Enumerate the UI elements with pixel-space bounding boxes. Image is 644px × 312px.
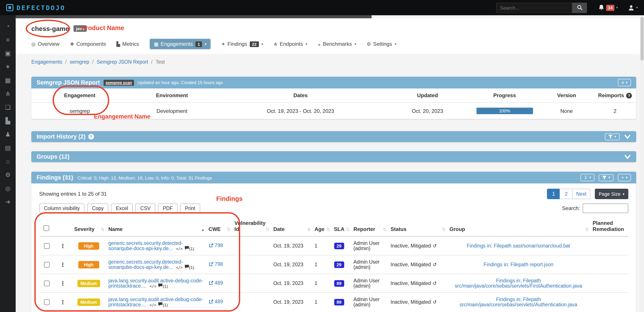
name-column-header[interactable]: Name <box>106 218 206 236</box>
excel-button[interactable]: Excel <box>111 204 133 213</box>
status-column-header[interactable]: Status <box>388 218 447 236</box>
sort-icon[interactable] <box>383 226 386 232</box>
csv-button[interactable]: CSV <box>136 204 155 213</box>
group-link[interactable]: Findings in: Filepath report.json <box>484 262 553 267</box>
finding-name-link[interactable]: generic.secrets.security.detected-sonarq… <box>108 241 183 251</box>
help-icon[interactable]: ? <box>626 93 632 98</box>
print-button[interactable]: Print <box>180 204 200 213</box>
severity-column-header[interactable]: Severity <box>72 218 106 236</box>
sort-icon[interactable] <box>101 226 104 232</box>
brand[interactable]: DEFECTDOJO <box>6 4 66 11</box>
expand-chevron-icon[interactable] <box>624 134 631 139</box>
cwe-link[interactable]: 489 <box>208 299 223 304</box>
cwe-link[interactable]: 798 <box>208 243 223 248</box>
row-checkbox[interactable] <box>44 280 50 286</box>
findings-icon[interactable]: ▦ <box>0 73 16 87</box>
queue-icon[interactable]: ≡ <box>0 33 16 46</box>
findings-download-button[interactable]: ↧ ▾ <box>580 174 594 181</box>
planned-remediation-column-header[interactable]: Planned Remediation <box>590 218 628 236</box>
search-input[interactable] <box>496 3 572 13</box>
expand-chevron-icon[interactable] <box>624 154 631 159</box>
row-actions-icon[interactable]: ⋮ <box>60 242 66 249</box>
sort-icon[interactable] <box>266 226 269 232</box>
sla-column-header[interactable]: SLA <box>331 218 351 236</box>
findings-filter-button[interactable]: ▾ <box>599 174 614 181</box>
page-1-button[interactable]: 1 <box>547 189 560 199</box>
calendar-icon[interactable]: ▤ <box>0 141 16 154</box>
import-history-panel[interactable]: Import History (2) ? ▾ <box>31 131 636 142</box>
row-actions-icon[interactable]: ⋮ <box>60 299 66 305</box>
sort-icon[interactable] <box>346 226 350 232</box>
group-link[interactable]: Findings in: Filepath src/main/java/core… <box>455 278 582 288</box>
row-checkbox[interactable] <box>44 262 50 267</box>
logout-icon[interactable]: ➔ <box>0 195 16 208</box>
tab-benchmarks[interactable]: ◒ Benchmarks ▾ <box>318 41 356 47</box>
cwe-column-header[interactable]: CWE <box>206 218 232 236</box>
cwe-link[interactable]: 489 <box>208 280 223 286</box>
cwe-link[interactable]: 798 <box>208 262 223 267</box>
sort-icon[interactable] <box>442 226 446 232</box>
next-page-button[interactable]: Next <box>572 189 590 199</box>
dashboard-icon[interactable]: ◔ <box>0 19 16 33</box>
products-icon[interactable]: ▣ <box>0 46 16 60</box>
row-checkbox[interactable] <box>44 299 50 305</box>
select-all-checkbox[interactable] <box>44 225 49 231</box>
user-menu[interactable]: ▾ <box>628 5 638 11</box>
history-icon[interactable]: ↺ <box>432 243 436 248</box>
scrollbar-track[interactable] <box>640 15 644 312</box>
notifications-menu[interactable]: 14 ▾ <box>598 4 618 11</box>
tab-overview[interactable]: ◎ Overview <box>31 41 60 47</box>
reporter-column-header[interactable]: Reporter <box>351 218 388 236</box>
tab-metrics[interactable]: ▙ Metrics <box>116 41 139 47</box>
tab-endpoints[interactable]: ⋔ Endpoints ▾ <box>274 41 307 47</box>
table-search-input[interactable] <box>583 204 628 213</box>
breadcrumb-engagements[interactable]: Engagements <box>31 59 62 65</box>
engagement-name[interactable]: semgrep <box>31 103 128 119</box>
history-icon[interactable]: ↺ <box>432 262 436 267</box>
column-visibility-button[interactable]: Column visibility <box>39 204 85 213</box>
history-icon[interactable]: ↺ <box>432 280 436 286</box>
page-size-button[interactable]: Page Size ▾ <box>595 189 628 199</box>
findings-add-button[interactable]: + ▾ <box>618 174 631 181</box>
row-actions-icon[interactable]: ⋮ <box>60 280 66 286</box>
components-icon[interactable]: ⌂ <box>0 154 16 168</box>
finding-name-link[interactable]: generic.secrets.security.detected-sonarq… <box>108 259 183 270</box>
updated-link[interactable]: Oct. 20, 2023 <box>385 103 470 119</box>
row-actions-icon[interactable]: ⋮ <box>60 261 66 268</box>
engagements-icon[interactable]: ✶ <box>0 60 16 73</box>
pdf-button[interactable]: PDF <box>158 204 178 213</box>
tab-settings[interactable]: ⚙ Settings ▾ <box>366 41 396 47</box>
group-link[interactable]: Findings in: Filepath sast/sonar/sonarcl… <box>467 243 570 248</box>
sort-icon[interactable] <box>307 226 311 232</box>
import-history-filter-button[interactable]: ▾ <box>605 133 620 140</box>
sort-icon[interactable] <box>585 226 589 232</box>
group-column-header[interactable]: Group <box>447 218 590 236</box>
breadcrumb-report[interactable]: Semgrep JSON Report <box>96 59 148 65</box>
tab-components[interactable]: ❖ Components <box>70 41 106 47</box>
groups-panel[interactable]: Groups (12) <box>31 151 636 162</box>
sort-icon[interactable] <box>227 226 230 232</box>
row-checkbox[interactable] <box>44 243 50 249</box>
configuration-gear-icon[interactable]: ⚙ <box>0 168 16 181</box>
history-icon[interactable]: ↺ <box>432 299 436 304</box>
report-menu-button[interactable]: ≡ ▾ <box>618 79 631 86</box>
copy-button[interactable]: Copy <box>87 204 108 213</box>
page-2-button[interactable]: 2 <box>560 189 573 199</box>
tab-engagements[interactable]: ▦ Engagements 1 ▾ <box>150 39 211 49</box>
help-icon[interactable]: ◎ <box>0 181 16 195</box>
reports-icon[interactable]: ❏ <box>0 100 16 114</box>
breadcrumb-semgrep[interactable]: semgrep <box>70 59 89 65</box>
help-icon[interactable]: ? <box>88 134 94 139</box>
sort-icon[interactable] <box>326 226 330 232</box>
tab-findings[interactable]: ✶ Findings 22 ▾ <box>221 41 263 47</box>
date-column-header[interactable]: Date <box>271 218 312 236</box>
group-link[interactable]: Findings in: Filepath src/main/java/core… <box>460 297 577 307</box>
age-column-header[interactable]: Age <box>312 218 331 236</box>
endpoints-icon[interactable]: ⋔ <box>0 87 16 100</box>
scrollbar-thumb[interactable] <box>640 17 644 61</box>
metrics-icon[interactable]: ▙ <box>0 114 16 127</box>
vulnerability-id-column-header[interactable]: Vulnerability Id <box>232 218 271 236</box>
search-button[interactable] <box>572 3 587 13</box>
users-icon[interactable]: ♟ <box>0 127 16 141</box>
sort-asc-icon[interactable] <box>201 226 205 232</box>
